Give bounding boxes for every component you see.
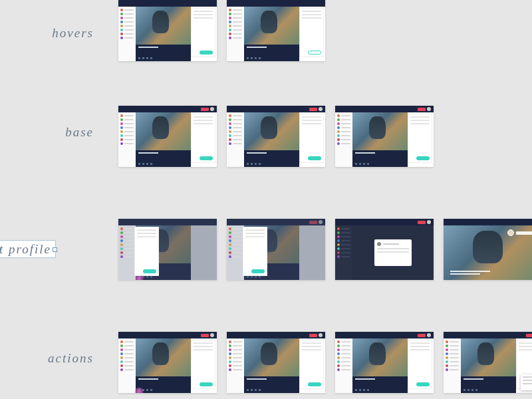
sidebar xyxy=(227,225,244,280)
artboard-base-3[interactable] xyxy=(335,106,434,167)
cta-button-outline[interactable] xyxy=(308,51,321,55)
action-dropdown[interactable] xyxy=(521,374,532,390)
artboard-base-1[interactable] xyxy=(118,106,217,167)
avatar-icon[interactable] xyxy=(210,333,214,337)
content-caption xyxy=(244,45,299,61)
artboard-profile-3[interactable] xyxy=(335,219,434,280)
danger-button[interactable] xyxy=(309,108,317,111)
artboard-actions-1[interactable] xyxy=(118,332,217,393)
row-base: base xyxy=(0,100,532,173)
overlay-profile-card[interactable] xyxy=(507,229,532,236)
artboard-actions-2[interactable] xyxy=(227,332,325,393)
danger-button[interactable] xyxy=(418,334,426,337)
avatar-icon[interactable] xyxy=(427,107,431,111)
danger-button[interactable] xyxy=(201,108,209,111)
topbar xyxy=(227,0,325,7)
topbar xyxy=(118,0,217,7)
danger-button[interactable] xyxy=(526,334,532,337)
row-label-hovers: hovers xyxy=(0,26,110,41)
avatar-icon[interactable] xyxy=(319,333,323,337)
avatar-icon[interactable] xyxy=(319,107,323,111)
modal-avatar-icon xyxy=(377,242,381,246)
avatar-icon[interactable] xyxy=(427,220,431,224)
artboards-profile xyxy=(118,219,532,280)
cta-button[interactable] xyxy=(143,269,156,273)
selected-label-box[interactable]: t profile xyxy=(0,240,56,258)
danger-button[interactable] xyxy=(418,221,426,224)
cta-button[interactable] xyxy=(308,382,321,386)
content-photo xyxy=(136,7,191,45)
cta-button[interactable] xyxy=(416,382,430,386)
sidebar xyxy=(118,112,136,167)
artboards-hovers xyxy=(118,0,325,61)
content-caption xyxy=(136,45,191,61)
cta-button[interactable] xyxy=(416,156,430,160)
artboard-profile-1[interactable] xyxy=(118,219,217,280)
cta-button[interactable] xyxy=(308,156,321,160)
cta-button[interactable] xyxy=(251,269,265,273)
artboards-actions xyxy=(118,332,532,393)
sidebar xyxy=(335,338,352,393)
danger-button[interactable] xyxy=(201,334,209,337)
overlay-caption xyxy=(450,271,490,275)
side-card xyxy=(299,8,324,57)
artboard-actions-4[interactable] xyxy=(444,332,532,393)
sidebar xyxy=(444,338,461,393)
row-label-profile[interactable]: t profile xyxy=(0,242,72,257)
row-label-base: base xyxy=(0,125,110,140)
overlay-avatar-icon xyxy=(507,229,514,236)
cta-button[interactable] xyxy=(200,382,213,386)
artboards-base xyxy=(118,106,434,167)
artboard-profile-4[interactable] xyxy=(444,219,532,280)
sidebar xyxy=(118,7,136,61)
sidebar xyxy=(335,112,352,167)
side-card xyxy=(191,8,215,57)
sidebar xyxy=(118,225,136,280)
danger-button[interactable] xyxy=(418,108,426,111)
artboard-base-2[interactable] xyxy=(227,106,325,167)
profile-modal[interactable] xyxy=(374,239,412,266)
artboard-profile-2[interactable] xyxy=(227,219,325,280)
row-actions: actions xyxy=(0,326,532,399)
row-label-actions: actions xyxy=(0,351,110,366)
danger-button[interactable] xyxy=(309,334,317,337)
cta-button[interactable] xyxy=(200,51,213,55)
artboard-hovers-1[interactable] xyxy=(118,0,217,61)
sidebar xyxy=(227,338,244,393)
sidebar xyxy=(227,112,244,167)
artboard-actions-3[interactable] xyxy=(335,332,434,393)
sidebar xyxy=(118,338,136,393)
cta-button[interactable] xyxy=(200,156,213,160)
content-photo xyxy=(244,7,299,45)
artboard-hovers-2[interactable] xyxy=(227,0,325,61)
avatar-icon[interactable] xyxy=(427,333,431,337)
row-hovers: hovers xyxy=(0,0,532,66)
row-profile: t profile xyxy=(0,213,532,286)
sidebar xyxy=(335,225,352,280)
sidebar xyxy=(227,7,244,61)
avatar-icon[interactable] xyxy=(210,107,214,111)
